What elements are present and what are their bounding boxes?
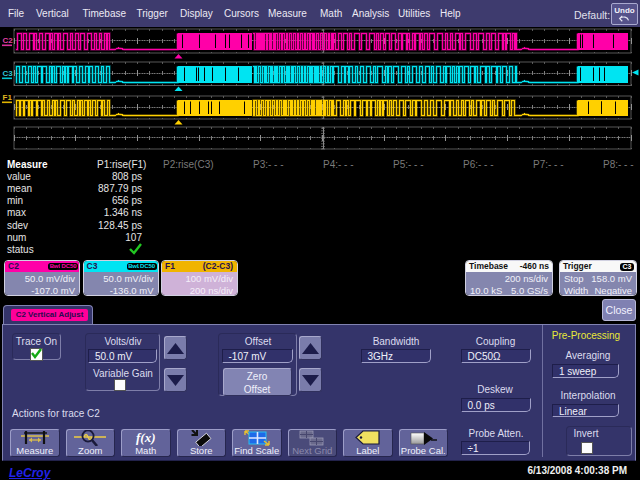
svg-text:C3: C3 (3, 69, 14, 78)
svg-text:F1: F1 (3, 93, 13, 102)
svg-text:C2: C2 (3, 36, 14, 45)
